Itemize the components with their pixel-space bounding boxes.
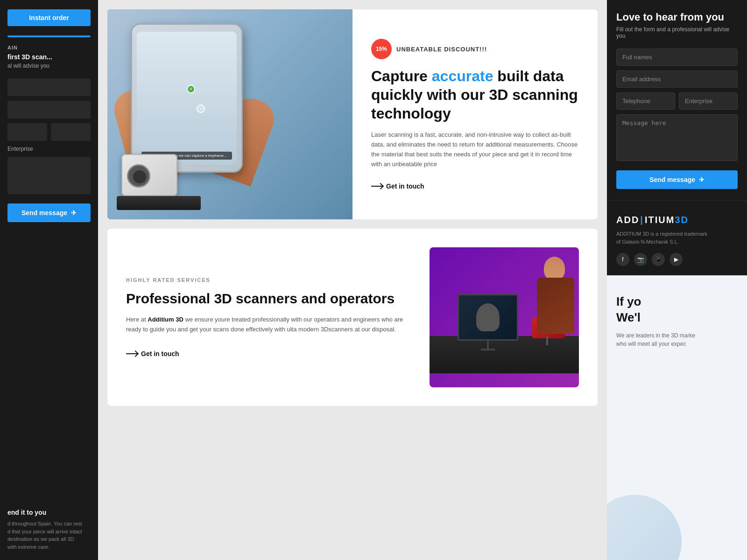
facebook-icon[interactable]: f: [616, 253, 629, 266]
discount-badge: 15% UNBEATABLE DISCOUNT!!!: [371, 39, 579, 59]
sidebar-send-button[interactable]: Send message ✈: [7, 203, 91, 222]
main-content: Please hold still so we can capture a ke…: [98, 0, 607, 560]
instant-order-button[interactable]: Instant order: [7, 9, 91, 26]
scanner-body: [121, 154, 177, 196]
sidebar-enterprise-label: Enterprise: [7, 146, 91, 152]
sidebar-input-1[interactable]: [7, 78, 91, 96]
sidebar-bottom: end it to you d throughout Spain. You ca…: [7, 499, 91, 551]
email-input[interactable]: [616, 70, 738, 88]
right-brand-section: ADD|ITIUM3D ADDITIUM 3D is a registered …: [607, 200, 747, 275]
discount-circle: 15%: [371, 39, 392, 59]
brand-logo: ADD|ITIUM3D: [616, 215, 738, 225]
social-icons: f 📷 📱 ▶: [616, 253, 738, 266]
arrow-right-icon: [371, 186, 382, 187]
services-heading: Professional 3D scanners and operators: [126, 289, 411, 308]
person-silhouette: [523, 257, 579, 350]
hero-text-section: 15% UNBEATABLE DISCOUNT!!! Capture accur…: [352, 9, 598, 219]
right-cta-section: If yoWe'l We are leaders in the 3D marke…: [607, 275, 747, 560]
hero-cta-label: Get in touch: [386, 182, 424, 190]
hero-cta-link[interactable]: Get in touch: [371, 182, 579, 190]
scan-dot-green: [187, 85, 195, 93]
send-arrow-icon: ✈: [71, 209, 77, 217]
right-cta-title: If yoWe'l: [616, 294, 738, 326]
cta-circle-decoration: [607, 495, 682, 560]
hero-heading-part1: Capture: [371, 68, 432, 84]
hero-image-section: Please hold still so we can capture a ke…: [107, 9, 352, 219]
services-brand: Additium 3D: [148, 316, 183, 323]
monitor: [458, 294, 518, 341]
3d-object: [476, 303, 500, 331]
sidebar-input-2[interactable]: [7, 101, 91, 119]
sidebar-title: first 3D scan...: [7, 53, 91, 61]
scanner-base: [117, 196, 201, 210]
services-text: HIGHLY RATED SERVICES Professional 3D sc…: [126, 277, 411, 357]
full-names-input[interactable]: [616, 49, 738, 66]
scanner-visual: [117, 135, 210, 210]
right-form-subtitle: Fill out the form and a professional wil…: [616, 26, 738, 39]
services-tag: HIGHLY RATED SERVICES: [126, 277, 411, 283]
services-cta-link[interactable]: Get in touch: [126, 350, 179, 357]
send-label: Send message: [21, 209, 67, 217]
enterprise-input[interactable]: [679, 92, 738, 110]
services-desc-pre: Here at: [126, 316, 148, 323]
form-row-telephone-enterprise: [616, 92, 738, 110]
sidebar-bottom-title: end it to you: [7, 509, 91, 516]
scanner-lens: [127, 164, 150, 188]
instagram-icon[interactable]: 📷: [634, 253, 647, 266]
right-panel: Love to hear from you Fill out the form …: [607, 0, 747, 560]
hero-heading: Capture accurate built data quickly with…: [371, 67, 579, 123]
right-form-section: Love to hear from you Fill out the form …: [607, 0, 747, 200]
sidebar-input-half-1[interactable]: [7, 123, 47, 141]
person-head: [544, 257, 565, 280]
send-message-button[interactable]: Send message ✈: [616, 170, 738, 189]
sidebar-label: AIN: [7, 45, 91, 50]
message-textarea[interactable]: [616, 114, 738, 161]
sidebar-input-row: [7, 123, 91, 141]
monitor-base: [481, 349, 495, 350]
services-img-content: [430, 247, 579, 387]
right-form-title: Love to hear from you: [616, 11, 738, 23]
hero-image: Please hold still so we can capture a ke…: [107, 9, 352, 219]
whatsapp-icon[interactable]: 📱: [652, 253, 665, 266]
person-body: [537, 278, 574, 334]
send-message-icon: ✈: [699, 176, 705, 183]
hero-description: Laser scanning is a fast, accurate, and …: [371, 130, 579, 169]
youtube-icon[interactable]: ▶: [669, 253, 683, 266]
services-arrow-icon: [126, 353, 137, 354]
monitor-stand: [487, 339, 489, 349]
services-cta-label: Get in touch: [141, 350, 179, 357]
send-message-label: Send message: [649, 176, 695, 183]
sidebar-textarea[interactable]: [7, 157, 91, 194]
services-card: HIGHLY RATED SERVICES Professional 3D sc…: [107, 229, 598, 406]
sidebar-input-half-2[interactable]: [51, 123, 91, 141]
services-description: Here at Additium 3D we ensure youre trea…: [126, 315, 411, 335]
progress-bar: [7, 35, 91, 37]
telephone-input[interactable]: [616, 92, 675, 110]
hero-card: Please hold still so we can capture a ke…: [107, 9, 598, 219]
discount-label: UNBEATABLE DISCOUNT!!!: [396, 46, 487, 53]
sidebar-subtitle: al will advise you: [7, 63, 91, 69]
hero-heading-highlight: accurate: [432, 68, 493, 84]
monitor-screen: [459, 295, 517, 339]
sidebar-bottom-text: d throughout Spain. You can rest d that …: [7, 520, 91, 551]
brand-description: ADDITIUM 3D is a registered trademarkof …: [616, 230, 738, 245]
services-image: [430, 247, 579, 387]
scan-dot-cross: [197, 105, 205, 113]
right-cta-text: We are leaders in the 3D markewho will m…: [616, 331, 738, 348]
left-sidebar: Instant order AIN first 3D scan... al wi…: [0, 0, 98, 560]
